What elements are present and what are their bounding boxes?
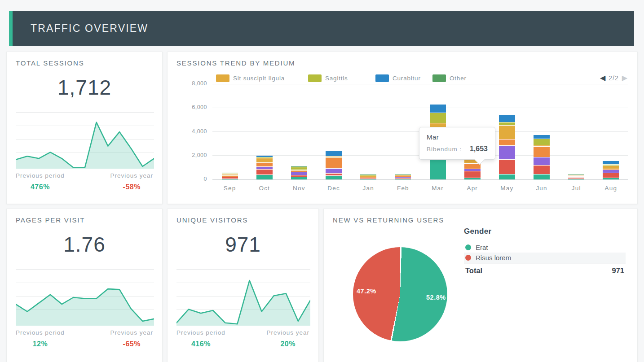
total-sessions-sparkline [16,112,154,169]
legend-row-erat[interactable]: Erat [464,242,626,253]
bar-segment [464,178,481,179]
legend-label: Sagittis [325,75,348,82]
bar-segment [603,178,619,179]
chart-gridline [212,179,628,180]
bar-segment [499,174,515,179]
total-value: 971 [612,266,624,275]
bar-segment [568,176,584,176]
x-axis-tick: Feb [397,185,409,192]
chart-gridline [212,84,628,84]
bar-segment [291,166,307,167]
widget-total-sessions: TOTAL SESSIONS 1,712 Previous period 476… [6,52,163,204]
sparkline-area [16,112,154,169]
next-page-icon[interactable]: ▶ [622,74,627,82]
bar-segment [326,174,342,175]
bar-segment [291,167,307,170]
bar-segment [395,178,411,179]
bar-jul[interactable] [568,174,584,179]
x-axis-tick: Oct [259,185,270,192]
bar-dec[interactable] [326,151,342,179]
legend-swatch-icon [216,74,229,82]
bar-jun[interactable] [534,135,550,179]
bar-feb[interactable] [395,174,411,179]
legend-row-risus-lorem[interactable]: Risus lorem [464,253,626,263]
bar-jan[interactable] [360,174,376,179]
bar-oct[interactable] [256,156,273,179]
bar-segment [568,178,584,179]
page-indicator: 2/2 [609,74,618,82]
erat-dot-icon [465,244,471,250]
chart-gridline [212,108,628,108]
bar-segment [395,179,411,179]
widget-pages-per-visit: PAGES PER VISIT 1.76 Previous period 12%… [6,209,163,362]
previous-year-label: Previous year [110,329,153,336]
gender-pie-chart[interactable]: 52.8% 47.2% [353,247,447,341]
x-axis-tick: Mar [432,185,444,192]
bar-segment [222,177,238,179]
legend-pager: ◀ 2/2 ▶ [600,74,627,82]
bar-segment [430,160,446,179]
legend-swatch-icon [375,74,389,82]
bar-segment [395,176,411,177]
unique-visitors-sparkline [176,269,310,326]
legend-label: Curabitur [393,75,421,82]
bar-segment [291,177,307,179]
pie-slice-label-risus-lorem: 47.2% [357,288,376,295]
x-axis-tick: Jan [363,185,374,192]
bar-nov[interactable] [291,166,307,179]
bar-segment [256,175,273,179]
sparkline-area [16,269,154,326]
x-axis-tick: Jun [536,185,547,192]
bar-segment [326,176,342,179]
legend-row-label: Risus lorem [476,254,511,262]
bar-segment [326,151,342,156]
legend-item-sit-suscipit-ligula[interactable]: Sit suscipit ligula [216,74,285,82]
tooltip-title: Mar [427,133,488,141]
bar-segment [499,160,515,174]
legend-swatch-icon [308,74,322,82]
y-axis-tick: 0 [176,176,207,182]
bar-segment [568,174,584,174]
bar-segment [464,169,481,171]
previous-period-label: Previous period [16,329,65,336]
widget-new-vs-returning: NEW VS RETURNING USERS 52.8% 47.2% Gende… [323,209,638,362]
widget-title: NEW VS RETURNING USERS [333,216,444,224]
bar-segment [603,170,619,173]
bar-segment [256,167,273,169]
prev-page-icon[interactable]: ◀ [600,74,605,82]
bar-segment [395,174,411,175]
tooltip-series-label: Bibendum : [427,146,462,153]
bar-aug[interactable] [603,161,619,179]
previous-period-value: 12% [16,340,65,348]
legend-item-sagittis[interactable]: Sagittis [308,74,348,82]
bar-segment [603,161,619,164]
bar-segment [603,173,619,178]
bar-segment [603,165,619,166]
pages-per-visit-sparkline [16,269,154,326]
sparkline-area [176,269,310,326]
bar-segment [534,139,550,145]
bar-segment [291,170,307,170]
bar-segment [326,169,342,173]
previous-period-block: Previous period 12% [16,329,65,348]
bar-may[interactable] [499,115,515,179]
previous-year-label: Previous year [266,329,309,336]
previous-period-block: Previous period 476% [16,172,65,191]
total-label: Total [465,266,482,275]
bar-segment [464,164,481,169]
x-axis-tick: Apr [467,185,478,192]
y-axis-tick: 8,000 [176,80,207,87]
bar-segment [256,170,273,174]
previous-period-label: Previous period [176,329,225,336]
header-accent-bar [9,11,13,46]
y-axis-tick: 4,000 [176,128,207,135]
bar-segment [430,113,446,123]
bar-segment [499,140,515,145]
risus-lorem-dot-icon [465,255,471,261]
legend-item-other[interactable]: Other [432,74,467,82]
legend-row-label: Erat [476,244,488,251]
bar-sep[interactable] [222,173,238,179]
bar-segment [534,145,550,146]
legend-item-curabitur[interactable]: Curabitur [375,74,421,82]
bar-segment [326,158,342,168]
